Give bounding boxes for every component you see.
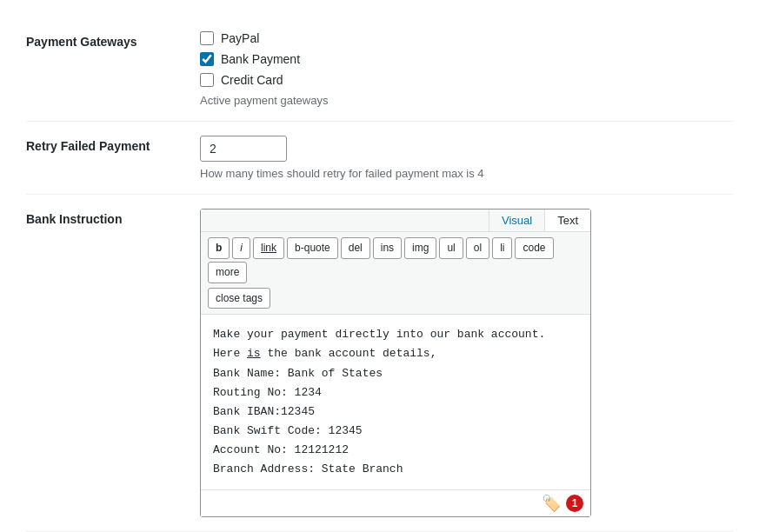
toolbar-btn-code[interactable]: code (515, 237, 553, 259)
toolbar-btn-more[interactable]: more (208, 262, 247, 283)
credit-card-checkbox[interactable] (200, 73, 214, 87)
toolbar-btn-bquote[interactable]: b-quote (287, 237, 338, 259)
bank-payment-checkbox-item: Bank Payment (200, 52, 733, 66)
retry-payment-row: Retry Failed Payment How many times shou… (26, 122, 733, 195)
bank-instruction-control: Visual Text b i link b-quote del ins img… (200, 209, 733, 517)
editor-footer: 🏷️ 1 (201, 489, 590, 516)
notification-badge: 1 (566, 495, 583, 512)
paypal-checkbox[interactable] (200, 31, 214, 45)
editor-line-4: Routing No: 1234 (213, 383, 578, 402)
editor-line-7: Account No: 12121212 (213, 441, 578, 460)
editor-content-area[interactable]: Make your payment directly into our bank… (201, 315, 590, 489)
bank-payment-checkbox[interactable] (200, 52, 214, 66)
payment-gateways-label: Payment Gateways (26, 31, 200, 49)
toolbar-row2: close tags (208, 288, 583, 309)
retry-payment-input[interactable] (200, 136, 287, 162)
toolbar-btn-close-tags[interactable]: close tags (208, 288, 270, 309)
tab-visual[interactable]: Visual (489, 209, 544, 231)
editor-line-2-underline: is (247, 347, 261, 360)
toolbar-btn-ul[interactable]: ul (439, 237, 463, 259)
payment-gateways-control: PayPal Bank Payment Credit Card Active p… (200, 31, 733, 107)
toolbar-btn-b[interactable]: b (208, 237, 230, 259)
retry-payment-control: How many times should retry for failed p… (200, 136, 733, 180)
toolbar-btn-li[interactable]: li (492, 237, 512, 259)
toolbar-btn-img[interactable]: img (404, 237, 436, 259)
editor-line-1: Make your payment directly into our bank… (213, 325, 578, 344)
retry-payment-hint: How many times should retry for failed p… (200, 167, 733, 180)
editor-line-2: Here is the bank account details, (213, 344, 578, 363)
bank-payment-label[interactable]: Bank Payment (221, 52, 300, 66)
emoji-icon: 🏷️ (542, 494, 561, 513)
credit-card-label[interactable]: Credit Card (221, 73, 283, 87)
bank-instruction-editor: Visual Text b i link b-quote del ins img… (200, 209, 591, 517)
credit-card-checkbox-item: Credit Card (200, 73, 733, 87)
editor-line-5: Bank IBAN:12345 (213, 402, 578, 422)
paypal-checkbox-item: PayPal (200, 31, 733, 45)
editor-toolbar: b i link b-quote del ins img ul ol li co… (201, 232, 590, 315)
editor-line-8: Branch Address: State Branch (213, 460, 578, 479)
paypal-label[interactable]: PayPal (221, 31, 259, 45)
toolbar-btn-ins[interactable]: ins (373, 237, 402, 259)
payment-gateways-row: Payment Gateways PayPal Bank Payment Cre… (26, 17, 733, 122)
toolbar-btn-del[interactable]: del (341, 237, 370, 259)
bank-instruction-row: Bank Instruction Visual Text b i link b-… (26, 195, 733, 532)
editor-line-3: Bank Name: Bank of States (213, 364, 578, 383)
toolbar-btn-ol[interactable]: ol (466, 237, 489, 259)
payment-gateways-hint: Active payment gateways (200, 94, 733, 107)
retry-payment-label: Retry Failed Payment (26, 136, 200, 153)
tab-text[interactable]: Text (544, 209, 590, 231)
editor-tabs: Visual Text (201, 209, 590, 232)
bank-instruction-label: Bank Instruction (26, 209, 200, 226)
toolbar-btn-i[interactable]: i (232, 237, 250, 259)
toolbar-btn-link[interactable]: link (253, 237, 284, 259)
editor-line-6: Bank Swift Code: 12345 (213, 422, 578, 441)
